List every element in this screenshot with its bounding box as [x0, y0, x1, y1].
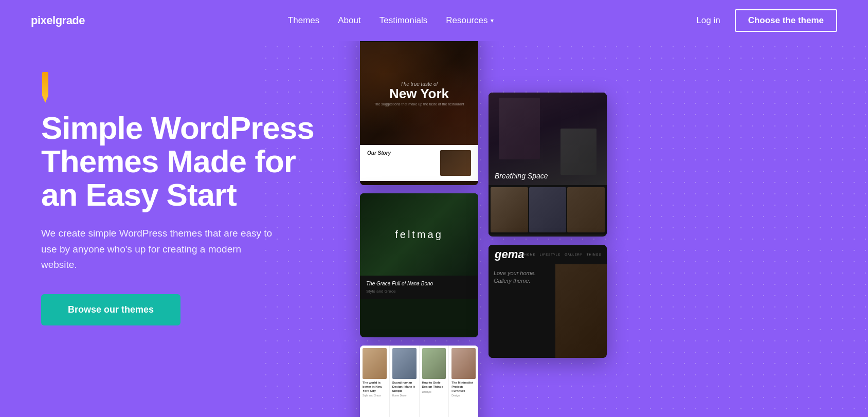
blog-cell-4-title: The Minimalist Project: Furniture — [451, 381, 476, 393]
feltmag-body: The Grace Full of Nana Bono Style and Gr… — [360, 276, 478, 299]
gema-nav-lifestyle: LIFESTYLE — [539, 253, 560, 256]
nav-testimonials[interactable]: Testimonials — [379, 15, 428, 26]
nav-resources-label: Resources — [446, 15, 487, 26]
feltmag-logo: feltmag — [395, 229, 443, 241]
gema-theme-card[interactable]: gema HOME LIFESTYLE GALLERY THINGS Love … — [489, 245, 607, 358]
nav-about[interactable]: About — [338, 15, 360, 26]
rosa-story-title: Our Story — [367, 150, 436, 156]
blog-theme-card[interactable]: The world is better in New York City Sty… — [360, 346, 478, 417]
nav-themes[interactable]: Themes — [288, 15, 319, 26]
feltmag-article-title: The Grace Full of Nana Bono — [366, 281, 472, 286]
rosa-tagline-main: New York — [389, 86, 449, 101]
theme-screenshots: rosa The true taste of New York The sugg… — [350, 41, 868, 417]
gema-header: gema HOME LIFESTYLE GALLERY THINGS — [489, 245, 607, 264]
breathing-thumb-1 — [491, 187, 528, 232]
gema-left-section: Love your home. Gallery theme. — [489, 264, 555, 358]
gema-right-image — [555, 264, 607, 358]
rosa-story-text: Our Story — [367, 150, 436, 156]
blog-grid: The world is better in New York City Sty… — [360, 346, 478, 417]
blog-cell-3: How to Style Design Things Lifestyle — [420, 346, 449, 417]
breathing-theme-card[interactable]: Breathing Space — [489, 93, 607, 237]
login-link[interactable]: Log in — [696, 15, 720, 26]
logo[interactable]: pixelgrade — [31, 14, 85, 27]
breathing-gallery — [489, 185, 607, 234]
main-nav: Themes About Testimonials Resources ▾ — [288, 15, 494, 26]
blog-cell-3-text: Lifestyle — [422, 390, 446, 394]
browse-themes-button[interactable]: Browse our themes — [41, 294, 180, 325]
blog-cell-3-title: How to Style Design Things — [422, 381, 446, 389]
blog-cell-2-text: Home Decor — [392, 394, 417, 397]
rosa-tagline-sub: The suggestions that make up the taste o… — [374, 102, 464, 106]
gema-nav-home: HOME — [524, 253, 535, 256]
choose-theme-button[interactable]: Choose the theme — [735, 9, 837, 32]
hero-subtitle: We create simple WordPress themes that a… — [41, 226, 278, 273]
rosa-story-section: Our Story — [360, 145, 478, 181]
feltmag-article-sub: Style and Grace — [366, 289, 472, 294]
blog-cell-1-title: The world is better in New York City — [363, 381, 387, 393]
feltmag-theme-card[interactable]: feltmag The Grace Full of Nana Bono Styl… — [360, 193, 478, 337]
screenshots-col-right: Breathing Space gema HOME LIFESTYLE GALL… — [489, 93, 607, 358]
breathing-thumb-3 — [567, 187, 605, 232]
main-content: Simple WordPress Themes Made for an Easy… — [0, 41, 868, 417]
header-actions: Log in Choose the theme — [696, 9, 837, 32]
rosa-hero-text: The true taste of New York The suggestio… — [374, 81, 464, 106]
gema-slogan: Love your home. Gallery theme. — [494, 269, 550, 285]
blog-cell-4: The Minimalist Project: Furniture Design — [449, 346, 478, 417]
pencil-icon — [41, 72, 49, 103]
screenshots-col-left: rosa The true taste of New York The sugg… — [360, 41, 478, 417]
gema-nav-things: THINGS — [587, 253, 602, 256]
header: pixelgrade Themes About Testimonials Res… — [0, 0, 868, 41]
hero-section: Simple WordPress Themes Made for an Easy… — [0, 41, 350, 417]
blog-cell-2: Scandinavian Design: Make it Simple Home… — [390, 346, 419, 417]
gema-nav-gallery: GALLERY — [565, 253, 583, 256]
rosa-recipes-section: Tasteful Recipes — [360, 181, 478, 185]
rosa-hero-image: The true taste of New York The suggestio… — [360, 42, 478, 145]
nav-resources-group[interactable]: Resources ▾ — [446, 15, 493, 26]
feltmag-hero-image: feltmag — [360, 193, 478, 276]
hero-title: Simple WordPress Themes Made for an Easy… — [41, 111, 319, 211]
breathing-thumb-2 — [529, 187, 567, 232]
breathing-hero-image: Breathing Space — [489, 93, 607, 185]
gema-body: Love your home. Gallery theme. — [489, 264, 607, 358]
gema-logo: gema — [495, 248, 524, 261]
blog-cell-2-title: Scandinavian Design: Make it Simple — [392, 381, 417, 393]
rosa-theme-card[interactable]: rosa The true taste of New York The sugg… — [360, 41, 478, 185]
breathing-title: Breathing Space — [495, 172, 548, 180]
blog-cell-1-text: Style and Grace — [363, 394, 387, 397]
chevron-down-icon: ▾ — [491, 17, 494, 24]
blog-cell-4-text: Design — [451, 394, 476, 397]
rosa-story-image — [440, 150, 471, 176]
blog-cell-1: The world is better in New York City Sty… — [360, 346, 389, 417]
gema-nav: HOME LIFESTYLE GALLERY THINGS — [524, 253, 601, 256]
